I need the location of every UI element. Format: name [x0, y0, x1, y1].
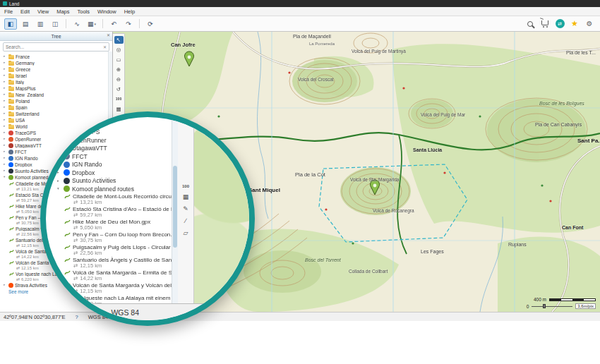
route-item[interactable]: Citadelle de Mont-Louis Recorrido circul…	[64, 193, 172, 205]
map-tool-measure[interactable]: ∕	[185, 217, 186, 224]
map-tool-pointer[interactable]: ↖	[114, 36, 124, 44]
map-tool-zoom-out[interactable]: ⊖	[114, 75, 124, 83]
route-item[interactable]: Volcán de Santa Margarda y Volcán del C.…	[64, 282, 172, 294]
expand-icon[interactable]: ▸	[4, 138, 7, 141]
tree-item-folder[interactable]: ▸Spain	[4, 104, 107, 111]
close-icon[interactable]: ✕	[107, 32, 110, 37]
menu-item-window[interactable]: Window	[97, 8, 116, 15]
tree-item-folder[interactable]: ▸MapsPlus	[4, 85, 107, 92]
zoom-slider-handle[interactable]	[543, 304, 546, 308]
tree-item-folder[interactable]: ▸Poland	[4, 98, 107, 104]
menu-item-file[interactable]: File	[4, 8, 13, 15]
favorites-button[interactable]: ★	[568, 18, 581, 30]
tree-item-folder[interactable]: ▸Greece	[4, 66, 107, 73]
statistics-icon: ▥	[37, 20, 44, 28]
route-item[interactable]: Estació Sta Cristina d'Aro – Estació de …	[64, 206, 172, 218]
menu-item-maps[interactable]: Maps	[56, 8, 69, 15]
settings-button[interactable]: ⚙	[583, 18, 596, 30]
expand-icon[interactable]: ▸	[4, 87, 7, 90]
collapse-icon[interactable]: ▾	[4, 176, 7, 179]
maps-dropdown-button[interactable]: ▦ ▾	[85, 18, 98, 30]
map-tool-scale-100[interactable]: 100	[182, 184, 189, 188]
map-tool-zoom-in[interactable]: ⊕	[114, 66, 124, 73]
data-list-button[interactable]: ▤	[19, 18, 32, 30]
expand-icon[interactable]: ▸	[4, 61, 7, 65]
route-item[interactable]: Volcá de Santa Margarda – Ermita de S...…	[64, 269, 172, 281]
expand-icon[interactable]: ▸	[4, 80, 7, 84]
map-tool-previous-view[interactable]: ↺	[114, 85, 124, 93]
map-tool-center[interactable]: ◎	[114, 46, 124, 54]
expand-icon[interactable]: ▸	[4, 99, 7, 103]
tree-item-folder[interactable]: ▸Germany	[4, 60, 107, 66]
expand-icon[interactable]: ▸	[57, 179, 61, 183]
route-item[interactable]: Hike Mare de Deu del Mon.gpx ⇄5,050 km	[64, 219, 172, 231]
tree-item-folder[interactable]: ▸Switzerland	[4, 111, 107, 117]
tree-item-folder[interactable]: ▸USA	[4, 117, 107, 123]
menu-item-edit[interactable]: Edit	[20, 8, 30, 15]
tree-item-service[interactable]: ▸UtagawaVTT	[57, 145, 172, 153]
expand-icon[interactable]: ▸	[57, 163, 61, 167]
tree-item-folder[interactable]: ▸Italy	[4, 79, 107, 85]
route-icon	[64, 231, 71, 238]
distance-icon: ⇄	[16, 186, 20, 191]
route-icon	[9, 215, 14, 220]
datum-help-link[interactable]: ?	[76, 314, 78, 320]
expand-icon[interactable]: ▸	[4, 112, 7, 116]
search-input[interactable]	[6, 44, 102, 49]
magnified-scrollbar[interactable]	[172, 117, 178, 303]
map-tool-layers[interactable]: ▦	[183, 193, 189, 200]
distance-icon: ⇄	[73, 199, 78, 205]
tree-item-service[interactable]: ▸IGN Rando	[57, 161, 172, 169]
menu-item-tools[interactable]: Tools	[78, 8, 90, 15]
zoom-slider[interactable]	[532, 306, 572, 307]
refresh-button[interactable]: ⟳	[144, 18, 157, 30]
menu-item-view[interactable]: View	[37, 8, 49, 15]
route-item[interactable]: Santuario dels Àngels y Castillo de Sant…	[64, 257, 172, 269]
tracks-button[interactable]: ∿	[71, 18, 83, 30]
map-tool-draw-track[interactable]: ✎	[183, 205, 188, 212]
map-tool-eraser[interactable]: ▱	[184, 229, 188, 236]
route-icon	[64, 257, 71, 263]
columns-button[interactable]: ◫	[49, 18, 61, 30]
route-item[interactable]: Pen y Fan – Corn Du loop from Brecon.g..…	[64, 231, 172, 243]
tree-item-folder[interactable]: ▸France	[4, 54, 107, 60]
tree-item-folder[interactable]: ▸Israel	[4, 73, 107, 79]
expand-icon[interactable]: ▸	[4, 106, 7, 109]
expand-icon[interactable]: ▸	[4, 125, 7, 128]
scrollbar-thumb[interactable]	[173, 166, 177, 248]
store-button[interactable]	[539, 18, 551, 30]
magnified-map-toolbar: 100 ▦ ✎ ∕ ▱	[178, 117, 194, 303]
expand-icon[interactable]: ▸	[4, 119, 7, 122]
statistics-button[interactable]: ▥	[34, 18, 47, 30]
expand-icon[interactable]: ▸	[4, 68, 7, 71]
expand-icon[interactable]: ▸	[4, 163, 7, 166]
expand-icon[interactable]: ▸	[4, 74, 7, 78]
clear-search-icon[interactable]: ✕	[103, 44, 107, 49]
route-item[interactable]: Von Igueste nach La Atalaya mit einem A.…	[64, 295, 172, 304]
search-button[interactable]	[524, 18, 536, 30]
expand-icon[interactable]: ▸	[4, 284, 7, 287]
expand-icon[interactable]: ▸	[4, 169, 7, 173]
route-item[interactable]: Puigsacalm y Puig dels Llops - Circular …	[64, 244, 172, 256]
tree-item-service[interactable]: ▸Dropbox	[57, 169, 172, 177]
redo-button[interactable]: ↷	[122, 18, 135, 30]
expand-icon[interactable]: ▸	[4, 131, 7, 135]
expand-icon[interactable]: ▸	[4, 55, 7, 59]
cloud-sync-button[interactable]: ⇄	[553, 18, 566, 30]
expand-icon[interactable]: ▸	[4, 93, 7, 97]
map-tool-layers[interactable]: ▦	[114, 105, 124, 113]
expand-icon[interactable]: ▸	[4, 157, 7, 160]
tree-item-folder[interactable]: ▸New_Zealand	[4, 92, 107, 98]
expand-icon[interactable]: ▸	[57, 171, 61, 175]
expand-icon[interactable]: ▸	[4, 144, 7, 147]
tree-item-service[interactable]: ▸FFCT	[57, 152, 172, 161]
expand-icon[interactable]: ▸	[4, 150, 7, 154]
map-tool-zoom-window[interactable]: ▭	[114, 56, 124, 63]
undo-button[interactable]: ↶	[107, 18, 120, 30]
collapse-icon[interactable]: ▾	[57, 187, 61, 191]
tree-panel-button[interactable]: ◧	[4, 18, 17, 30]
tree-item-service[interactable]: ▸Suunto Activities	[57, 177, 172, 186]
map-tool-scale-100[interactable]: 100	[114, 95, 124, 103]
tree-item-komoot[interactable]: ▾Komoot planned routes	[57, 185, 172, 193]
menu-item-help[interactable]: Help	[124, 8, 135, 15]
